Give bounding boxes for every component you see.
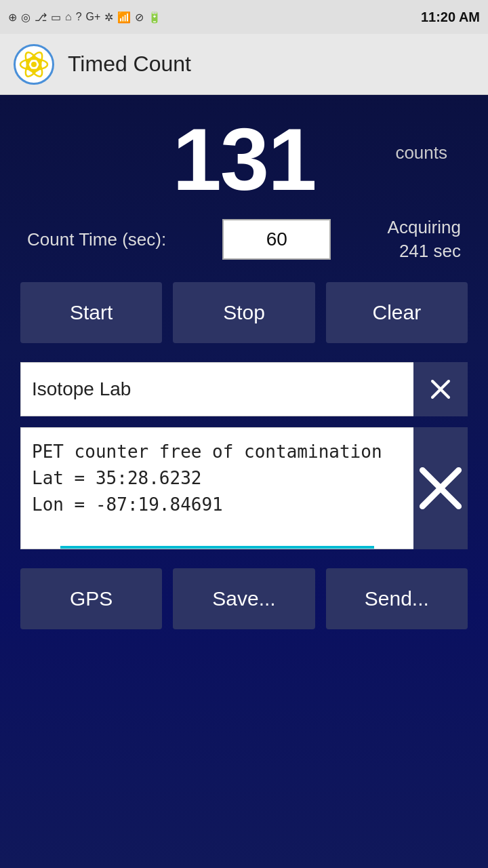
clear-button[interactable]: Clear <box>326 282 468 343</box>
app-icon <box>14 44 54 85</box>
status-icons: ⊕ ◎ ⎇ ▭ ⌂ ? G+ ✲ 📶 ⊘ 🔋 <box>8 11 161 24</box>
count-unit: counts <box>395 142 447 163</box>
usb-icon: ⎇ <box>35 11 47 24</box>
dnd-icon: ⊘ <box>135 11 144 24</box>
wifi-icon: 📶 <box>117 11 131 24</box>
notes-wrapper: PET counter free of contamination Lat = … <box>20 427 413 549</box>
media-icon: ▭ <box>51 11 61 24</box>
acquiring-label: Acquiring <box>388 217 461 238</box>
name-clear-button[interactable] <box>413 362 468 416</box>
count-time-input[interactable] <box>222 219 331 260</box>
stop-button[interactable]: Stop <box>173 282 314 343</box>
action-buttons-row: Start Stop Clear <box>20 282 468 343</box>
notes-textarea[interactable]: PET counter free of contamination Lat = … <box>21 428 413 546</box>
start-button[interactable]: Start <box>20 282 162 343</box>
bottom-buttons-row: GPS Save... Send... <box>20 568 468 629</box>
name-input-row <box>20 362 468 416</box>
count-section: 131 counts <box>20 115 468 203</box>
scroll-indicator <box>60 546 374 549</box>
bluetooth-icon: ✲ <box>104 11 113 24</box>
lock-icon: ⌂ <box>65 11 72 23</box>
notes-textarea-row: PET counter free of contamination Lat = … <box>20 427 468 549</box>
notes-clear-button[interactable] <box>413 427 468 549</box>
acquiring-section: Acquiring 241 sec <box>388 217 461 262</box>
plus-icon: ⊕ <box>8 11 17 24</box>
gplus-icon: G+ <box>86 11 101 23</box>
count-time-label: Count Time (sec): <box>27 229 166 250</box>
svg-point-4 <box>31 62 37 67</box>
battery-icon: 🔋 <box>148 11 161 24</box>
save-button[interactable]: Save... <box>173 568 314 629</box>
location-icon: ◎ <box>21 11 30 24</box>
app-bar: Timed Count <box>0 34 488 95</box>
question-icon: ? <box>76 11 82 23</box>
send-button[interactable]: Send... <box>326 568 468 629</box>
app-title: Timed Count <box>68 52 191 77</box>
count-value: 131 <box>173 115 316 203</box>
name-input[interactable] <box>20 362 413 416</box>
gps-button[interactable]: GPS <box>20 568 162 629</box>
status-bar: ⊕ ◎ ⎇ ▭ ⌂ ? G+ ✲ 📶 ⊘ 🔋 11:20 AM <box>0 0 488 34</box>
acquiring-time: 241 sec <box>399 241 461 262</box>
main-content: 131 counts Count Time (sec): Acquiring 2… <box>0 95 488 868</box>
count-time-row: Count Time (sec): Acquiring 241 sec <box>20 217 468 262</box>
status-time: 11:20 AM <box>421 9 480 25</box>
